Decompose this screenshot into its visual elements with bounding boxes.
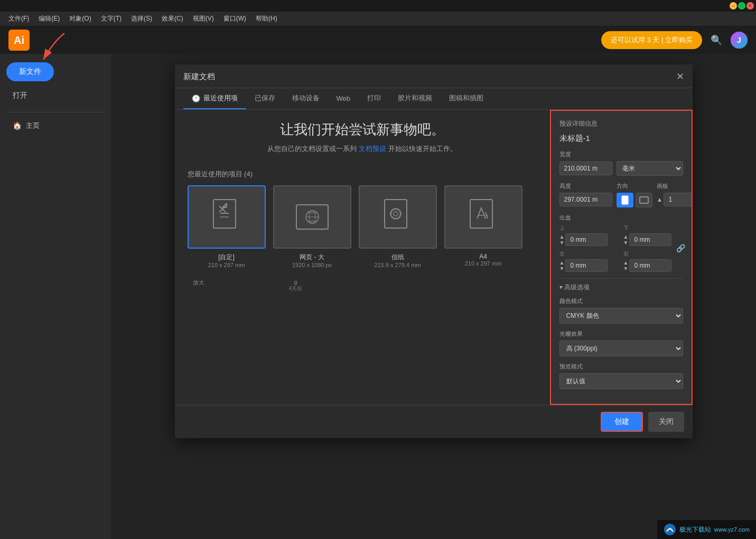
minimize-button[interactable]: ─ bbox=[730, 2, 737, 10]
doc-preset-link[interactable]: 文档预设 bbox=[359, 145, 386, 153]
recent-label-1: 放大 bbox=[193, 279, 204, 287]
template-name-letter: 信纸 bbox=[359, 253, 437, 262]
bleed-grid: 上 ▲▼ 下 ▲▼ bbox=[559, 224, 683, 272]
bleed-right-input[interactable] bbox=[629, 259, 671, 272]
bleed-top-spinner[interactable]: ▲▼ bbox=[559, 234, 565, 245]
bleed-right-spinner[interactable]: ▲▼ bbox=[623, 260, 629, 271]
artboard-input[interactable] bbox=[664, 193, 692, 206]
app-logo: Ai bbox=[8, 30, 30, 51]
section-divider bbox=[559, 278, 683, 279]
menu-help[interactable]: 帮助(H) bbox=[251, 13, 282, 25]
bleed-left-spinner[interactable]: ▲▼ bbox=[559, 260, 565, 271]
tab-artwork[interactable]: 图稿和插图 bbox=[441, 88, 492, 109]
menu-file[interactable]: 文件(F) bbox=[4, 13, 33, 25]
sidebar-item-home[interactable]: 🏠 主页 bbox=[6, 117, 105, 135]
watermark-bar: 极光下载站 www.yz7.com bbox=[657, 520, 756, 539]
menu-window[interactable]: 窗口(W) bbox=[219, 13, 250, 25]
doc-name-input[interactable] bbox=[559, 134, 683, 143]
menu-edit[interactable]: 编辑(E) bbox=[34, 13, 64, 25]
menu-select[interactable]: 选择(S) bbox=[127, 13, 156, 25]
bleed-right-field: 右 ▲▼ bbox=[623, 250, 683, 272]
tab-saved[interactable]: 已保存 bbox=[246, 88, 284, 109]
width-label: 宽度 bbox=[559, 150, 683, 158]
landscape-button[interactable] bbox=[636, 193, 652, 207]
advanced-toggle[interactable]: ▾ 高级选项 bbox=[559, 283, 683, 292]
search-icon[interactable]: 🔍 bbox=[708, 32, 724, 48]
bleed-bottom-label: 下 bbox=[623, 224, 683, 232]
tab-mobile[interactable]: 移动设备 bbox=[284, 88, 328, 109]
maximize-button[interactable]: □ bbox=[738, 2, 745, 10]
height-label: 高度 bbox=[559, 182, 612, 190]
template-card-a4[interactable]: A4 210 x 297 mm bbox=[444, 185, 522, 268]
close-window-button[interactable]: ✕ bbox=[746, 2, 754, 10]
color-mode-select[interactable]: CMYK 颜色 RGB 颜色 bbox=[559, 308, 683, 324]
bleed-left-field: 左 ▲▼ bbox=[559, 250, 619, 272]
bleed-top-input[interactable] bbox=[565, 233, 608, 246]
bleed-label: 出血 bbox=[559, 214, 683, 222]
welcome-section: 让我们开始尝试新事物吧。 从您自己的文档设置或一系列 文档预设 开始以快速开始工… bbox=[188, 120, 537, 154]
link-icon[interactable]: 🔗 bbox=[676, 244, 685, 252]
open-button[interactable]: 打开 bbox=[6, 88, 105, 103]
new-file-button[interactable]: 新文件 bbox=[6, 62, 54, 81]
artboard-label: 画板 bbox=[657, 182, 693, 190]
menu-text[interactable]: 文字(T) bbox=[97, 13, 126, 25]
tab-film[interactable]: 胶片和视频 bbox=[389, 88, 441, 109]
bleed-bottom-input[interactable] bbox=[629, 233, 671, 246]
welcome-title: 让我们开始尝试新事物吧。 bbox=[188, 120, 537, 139]
preview-label: 预览模式 bbox=[559, 363, 683, 371]
close-dialog-button[interactable]: 关闭 bbox=[648, 412, 684, 432]
bleed-left-input[interactable] bbox=[565, 259, 608, 272]
template-card-web[interactable]: 网页 - 大 1920 x 1080 px bbox=[273, 185, 351, 268]
menu-view[interactable]: 视图(V) bbox=[189, 13, 218, 25]
create-button[interactable]: 创建 bbox=[601, 412, 643, 432]
height-input[interactable] bbox=[559, 193, 612, 206]
menu-object[interactable]: 对象(O) bbox=[65, 13, 95, 25]
clock-icon: 🕐 bbox=[192, 94, 200, 102]
app-header: Ai 还可以试用 3 天 | 立即购买 🔍 J bbox=[0, 26, 756, 54]
unit-select[interactable]: 毫米 像素 点 英寸 bbox=[617, 161, 683, 176]
dialog-header: 新建文档 ✕ bbox=[175, 64, 693, 88]
recent-label-2: g bbox=[289, 279, 303, 285]
trial-button[interactable]: 还可以试用 3 天 | 立即购买 bbox=[601, 31, 702, 49]
raster-label: 光栅效果 bbox=[559, 330, 683, 338]
watermark-text: 极光下载站 bbox=[679, 525, 711, 534]
template-card-custom[interactable]: [自定] 210 x 297 mm bbox=[188, 185, 266, 268]
tab-web[interactable]: Web bbox=[328, 88, 359, 109]
bleed-bottom-spinner[interactable]: ▲▼ bbox=[623, 234, 629, 245]
tab-print[interactable]: 打印 bbox=[359, 88, 389, 109]
template-card-letter[interactable]: 信纸 215.9 x 279.4 mm bbox=[359, 185, 437, 268]
portrait-button[interactable] bbox=[617, 193, 633, 207]
preview-select[interactable]: 默认值 像素 叠印 bbox=[559, 373, 683, 389]
recent-sublabel-2: 4天前 bbox=[289, 285, 303, 292]
dialog-left-panel: 让我们开始尝试新事物吧。 从您自己的文档设置或一系列 文档预设 开始以快速开始工… bbox=[175, 110, 550, 405]
template-grid: [自定] 210 x 297 mm bbox=[188, 185, 537, 268]
watermark-url: www.yz7.com bbox=[714, 526, 750, 533]
preset-details-panel: 预设详细信息 宽度 毫米 像素 点 英寸 bbox=[550, 110, 693, 405]
dialog-footer: 创建 关闭 bbox=[175, 405, 693, 438]
dialog-body: 让我们开始尝试新事物吧。 从您自己的文档设置或一系列 文档预设 开始以快速开始工… bbox=[175, 110, 693, 405]
template-thumb-a4 bbox=[444, 185, 522, 249]
menu-effect[interactable]: 效果(C) bbox=[157, 13, 188, 25]
tab-recent[interactable]: 🕐 最近使用项 bbox=[183, 88, 246, 109]
width-row: 毫米 像素 点 英寸 bbox=[559, 161, 683, 176]
dialog-title: 新建文档 bbox=[183, 72, 215, 87]
recent-section-title: 您最近使用的项目 (4) bbox=[188, 169, 537, 179]
artboard-decrement[interactable]: ▲ bbox=[657, 196, 663, 203]
svg-rect-25 bbox=[640, 197, 648, 203]
template-size-letter: 215.9 x 279.4 mm bbox=[359, 262, 437, 268]
template-name-web: 网页 - 大 bbox=[273, 253, 351, 262]
svg-text:J: J bbox=[737, 36, 741, 44]
dialog-close-button[interactable]: ✕ bbox=[676, 71, 684, 88]
svg-rect-17 bbox=[385, 200, 407, 228]
raster-select[interactable]: 高 (300ppi) 中 (150ppi) 低 (72ppi) bbox=[559, 341, 683, 356]
bleed-top-label: 上 bbox=[559, 224, 619, 232]
bleed-top-field: 上 ▲▼ bbox=[559, 224, 619, 246]
template-name-custom: [自定] bbox=[188, 253, 266, 262]
template-thumb-web bbox=[273, 185, 351, 249]
main-layout: 新文件 打开 🏠 主页 新建文档 bbox=[0, 54, 756, 539]
width-input[interactable] bbox=[559, 162, 612, 175]
template-name-a4: A4 bbox=[444, 253, 522, 260]
template-size-custom: 210 x 297 mm bbox=[188, 262, 266, 268]
welcome-subtitle: 从您自己的文档设置或一系列 文档预设 开始以快速开始工作。 bbox=[188, 144, 537, 154]
avatar[interactable]: J bbox=[731, 32, 748, 49]
